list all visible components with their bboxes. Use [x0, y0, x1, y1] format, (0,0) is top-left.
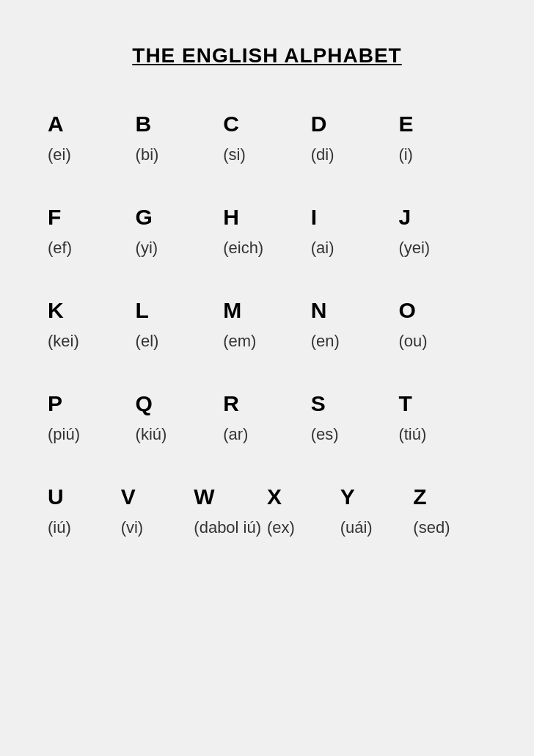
phonetic-L: (el): [136, 332, 224, 351]
letters-row-4: PQRST: [48, 391, 486, 416]
page: THE ENGLISH ALPHABET ABCDE(ei)(bi)(si)(d…: [0, 0, 534, 756]
letter-N: N: [311, 298, 399, 323]
phonetic-O: (ou): [398, 332, 486, 351]
phonetic-Y: (uái): [340, 518, 414, 537]
row-group-2: FGHIJ(ef)(yi)(eich)(ai)(yei): [48, 205, 486, 258]
letter-R: R: [223, 391, 311, 416]
phonetic-X: (ex): [267, 518, 340, 537]
letter-S: S: [311, 391, 399, 416]
row-group-3: KLMNO(kei)(el)(em)(en)(ou): [48, 298, 486, 351]
letter-P: P: [48, 391, 136, 416]
letter-M: M: [223, 298, 311, 323]
phonetics-row-1: (ei)(bi)(si)(di)(i): [48, 145, 486, 164]
letter-Z: Z: [413, 484, 486, 509]
phonetic-A: (ei): [48, 145, 136, 164]
letter-H: H: [223, 205, 311, 230]
phonetic-B: (bi): [136, 145, 224, 164]
phonetic-G: (yi): [136, 239, 224, 258]
letter-X: X: [267, 484, 340, 509]
phonetic-J: (yei): [398, 239, 486, 258]
phonetic-K: (kei): [48, 332, 136, 351]
phonetic-H: (eich): [223, 239, 311, 258]
letter-J: J: [398, 205, 486, 230]
letter-L: L: [136, 298, 224, 323]
phonetic-U: (iú): [48, 518, 121, 537]
phonetics-row-2: (ef)(yi)(eich)(ai)(yei): [48, 239, 486, 258]
phonetic-Q: (kiú): [136, 425, 224, 444]
letter-T: T: [398, 391, 486, 416]
letters-row-2: FGHIJ: [48, 205, 486, 230]
phonetic-M: (em): [223, 332, 311, 351]
row-group-1: ABCDE(ei)(bi)(si)(di)(i): [48, 112, 486, 164]
letter-B: B: [136, 112, 224, 137]
row-group-last: UVWXYZ(iú)(vi)(dabol iú)(ex)(uái)(sed): [48, 484, 486, 537]
letters-row-1: ABCDE: [48, 112, 486, 137]
phonetic-R: (ar): [223, 425, 311, 444]
phonetics-row-4: (piú)(kiú)(ar)(es)(tiú): [48, 425, 486, 444]
letter-U: U: [48, 484, 121, 509]
letter-E: E: [398, 112, 486, 137]
alphabet-grid: ABCDE(ei)(bi)(si)(di)(i)FGHIJ(ef)(yi)(ei…: [48, 112, 486, 578]
phonetics-row-3: (kei)(el)(em)(en)(ou): [48, 332, 486, 351]
phonetics-row-last: (iú)(vi)(dabol iú)(ex)(uái)(sed): [48, 518, 486, 537]
phonetic-S: (es): [311, 425, 399, 444]
phonetic-V: (vi): [121, 518, 194, 537]
phonetic-P: (piú): [48, 425, 136, 444]
phonetic-W: (dabol iú): [194, 518, 267, 537]
phonetic-C: (si): [223, 145, 311, 164]
letters-row-3: KLMNO: [48, 298, 486, 323]
letter-F: F: [48, 205, 136, 230]
phonetic-F: (ef): [48, 239, 136, 258]
letter-I: I: [311, 205, 399, 230]
letter-K: K: [48, 298, 136, 323]
row-group-4: PQRST(piú)(kiú)(ar)(es)(tiú): [48, 391, 486, 444]
letter-G: G: [136, 205, 224, 230]
letter-A: A: [48, 112, 136, 137]
phonetic-I: (ai): [311, 239, 399, 258]
letter-Q: Q: [136, 391, 224, 416]
letters-row-last: UVWXYZ: [48, 484, 486, 509]
letter-Y: Y: [340, 484, 414, 509]
phonetic-T: (tiú): [398, 425, 486, 444]
letter-D: D: [311, 112, 399, 137]
letter-W: W: [194, 484, 267, 509]
phonetic-Z: (sed): [413, 518, 486, 537]
phonetic-E: (i): [398, 145, 486, 164]
phonetic-D: (di): [311, 145, 399, 164]
phonetic-N: (en): [311, 332, 399, 351]
letter-O: O: [398, 298, 486, 323]
page-title: THE ENGLISH ALPHABET: [48, 44, 486, 68]
letter-C: C: [223, 112, 311, 137]
letter-V: V: [121, 484, 194, 509]
